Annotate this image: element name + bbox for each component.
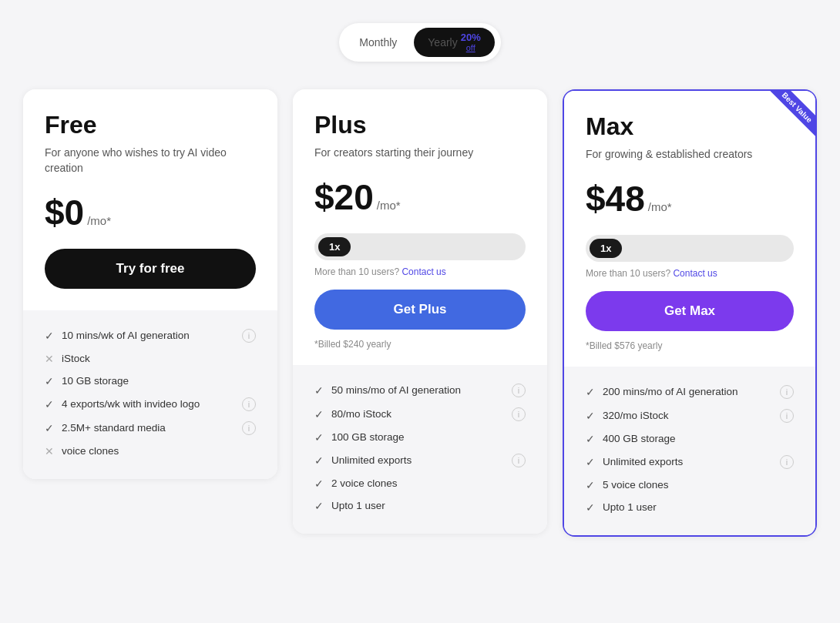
- feature-list: ✓ 200 mins/mo of AI generation i ✓ 320/m…: [586, 385, 794, 514]
- feature-text: Upto 1 user: [331, 500, 385, 511]
- plan-card-plus: Plus For creators starting their journey…: [293, 89, 547, 534]
- feature-item: ✓ 2 voice clones: [314, 477, 526, 490]
- yearly-option[interactable]: Yearly 20% off: [414, 28, 494, 57]
- contact-us-link[interactable]: Contact us: [402, 266, 445, 277]
- plan-desc: For anyone who wishes to try AI video cr…: [45, 146, 256, 176]
- ribbon-label: Best Value: [767, 89, 817, 139]
- feature-list: ✓ 50 mins/mo of AI generation i ✓ 80/mo …: [314, 384, 526, 512]
- feature-item: ✓ 4 exports/wk with invideo logo i: [45, 397, 256, 411]
- check-icon: ✓: [586, 410, 595, 422]
- plan-cta-button[interactable]: Get Plus: [314, 290, 526, 330]
- plan-cta-button[interactable]: Get Max: [586, 291, 794, 331]
- feature-item: ✕ iStock: [45, 353, 256, 365]
- check-icon: ✓: [586, 501, 595, 514]
- slider-thumb: 1x: [590, 239, 622, 258]
- info-icon[interactable]: i: [242, 329, 256, 343]
- user-slider[interactable]: 1x: [586, 235, 794, 262]
- info-icon[interactable]: i: [242, 397, 256, 411]
- info-icon[interactable]: i: [242, 421, 256, 435]
- discount-badge: 20% off: [461, 32, 481, 52]
- feature-item: ✓ 2.5M+ standard media i: [45, 421, 256, 435]
- price-amount: $20: [314, 176, 374, 218]
- check-icon: ✓: [314, 477, 324, 490]
- price-row: $20 /mo*: [314, 176, 526, 218]
- price-amount: $0: [45, 192, 84, 233]
- feature-item: ✓ 10 GB storage: [45, 375, 256, 387]
- more-users-text: More than 10 users? Contact us: [314, 266, 526, 277]
- feature-item: ✓ Upto 1 user: [314, 500, 526, 512]
- plan-card-free: Free For anyone who wishes to try AI vid…: [23, 89, 277, 478]
- x-icon: ✕: [45, 445, 54, 457]
- feature-item: ✓ 100 GB storage: [314, 431, 526, 444]
- card-top: Plus For creators starting their journey…: [293, 89, 547, 365]
- card-bottom: ✓ 10 mins/wk of AI generation i ✕ iStock…: [23, 310, 277, 479]
- feature-item: ✓ 50 mins/mo of AI generation i: [314, 384, 526, 397]
- feature-item: ✓ Unlimited exports i: [586, 455, 794, 469]
- feature-text: voice clones: [62, 445, 119, 457]
- info-icon[interactable]: i: [780, 455, 794, 469]
- feature-text: 200 mins/mo of AI generation: [603, 386, 738, 397]
- more-users-text: More than 10 users? Contact us: [586, 268, 794, 279]
- plan-name: Plus: [314, 111, 526, 139]
- plan-card-max: Best Value Max For growing & established…: [563, 89, 817, 537]
- discount-percent: 20%: [461, 32, 481, 43]
- feature-list: ✓ 10 mins/wk of AI generation i ✕ iStock…: [45, 329, 256, 457]
- check-icon: ✓: [45, 398, 54, 410]
- feature-text: iStock: [62, 353, 90, 364]
- feature-text: 320/mo iStock: [603, 410, 669, 421]
- check-icon: ✓: [45, 422, 54, 434]
- feature-text: 50 mins/mo of AI generation: [331, 384, 461, 396]
- feature-item: ✓ Unlimited exports i: [314, 454, 526, 467]
- check-icon: ✓: [314, 454, 324, 467]
- feature-text: 5 voice clones: [603, 479, 669, 491]
- price-amount: $48: [586, 178, 645, 219]
- user-slider[interactable]: 1x: [314, 233, 526, 260]
- check-icon: ✓: [314, 408, 324, 420]
- card-bottom: ✓ 200 mins/mo of AI generation i ✓ 320/m…: [564, 367, 815, 535]
- feature-text: 10 mins/wk of AI generation: [62, 330, 190, 341]
- feature-text: 10 GB storage: [62, 375, 129, 387]
- billed-note: *Billed $240 yearly: [314, 339, 526, 350]
- check-icon: ✓: [45, 330, 54, 342]
- info-icon[interactable]: i: [512, 384, 526, 397]
- card-bottom: ✓ 50 mins/mo of AI generation i ✓ 80/mo …: [293, 365, 547, 534]
- feature-item: ✓ 200 mins/mo of AI generation i: [586, 385, 794, 399]
- price-suffix: /mo*: [87, 214, 111, 227]
- check-icon: ✓: [314, 431, 324, 444]
- feature-text: 80/mo iStock: [331, 408, 391, 420]
- check-icon: ✓: [45, 375, 54, 387]
- check-icon: ✓: [586, 456, 595, 468]
- check-icon: ✓: [586, 433, 595, 445]
- check-icon: ✓: [586, 479, 595, 491]
- feature-item: ✓ 5 voice clones: [586, 479, 794, 491]
- info-icon[interactable]: i: [512, 407, 526, 421]
- feature-item: ✕ voice clones: [45, 445, 256, 457]
- price-suffix: /mo*: [648, 200, 672, 213]
- feature-text: Upto 1 user: [603, 501, 657, 513]
- slider-thumb: 1x: [318, 237, 351, 256]
- info-icon[interactable]: i: [512, 454, 526, 467]
- check-icon: ✓: [314, 500, 324, 512]
- best-value-ribbon: Best Value: [755, 89, 817, 151]
- monthly-option[interactable]: Monthly: [345, 32, 411, 53]
- info-icon[interactable]: i: [780, 409, 794, 423]
- billing-toggle: Monthly Yearly 20% off: [339, 23, 500, 62]
- card-top: Free For anyone who wishes to try AI vid…: [23, 89, 277, 310]
- price-suffix: /mo*: [377, 199, 401, 212]
- yearly-label: Yearly: [428, 36, 457, 49]
- check-icon: ✓: [586, 386, 595, 398]
- feature-item: ✓ 10 mins/wk of AI generation i: [45, 329, 256, 343]
- pricing-cards: Free For anyone who wishes to try AI vid…: [15, 89, 825, 537]
- plan-cta-button[interactable]: Try for free: [45, 249, 256, 289]
- feature-text: Unlimited exports: [603, 456, 683, 467]
- feature-item: ✓ 400 GB storage: [586, 433, 794, 445]
- feature-text: 4 exports/wk with invideo logo: [62, 398, 200, 410]
- feature-item: ✓ Upto 1 user: [586, 501, 794, 514]
- feature-text: 2.5M+ standard media: [62, 422, 166, 434]
- discount-text: off: [466, 43, 475, 52]
- feature-item: ✓ 320/mo iStock i: [586, 409, 794, 423]
- plan-name: Free: [45, 111, 256, 139]
- x-icon: ✕: [45, 353, 54, 365]
- contact-us-link[interactable]: Contact us: [673, 268, 717, 279]
- info-icon[interactable]: i: [780, 385, 794, 399]
